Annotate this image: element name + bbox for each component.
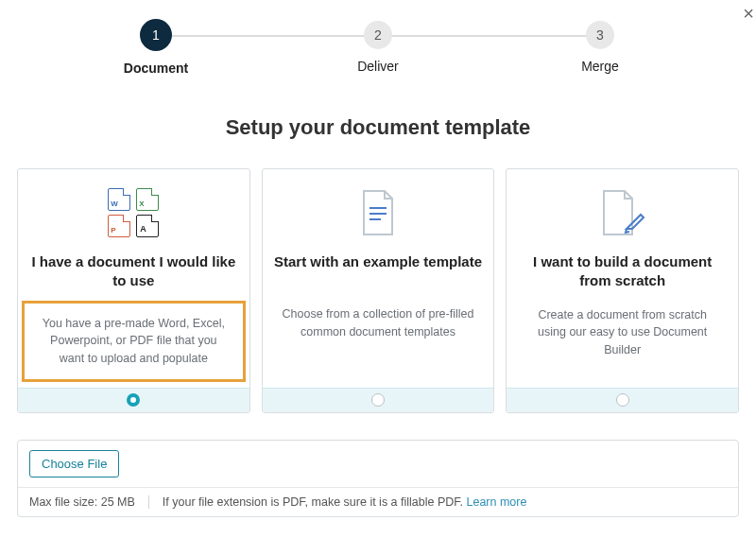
card-selector-bar[interactable] [507,388,738,412]
card-existing-document[interactable]: W X P A I have a document I would like t… [17,168,250,413]
card-radio[interactable] [616,393,629,407]
max-file-size-text: Max file size: 25 MB [29,495,135,509]
word-icon: W [108,188,130,211]
pdf-note-text: If your file extension is PDF, make sure… [163,495,527,509]
step-number: 3 [586,21,614,49]
wizard-stepper: 1 Document 2 Deliver 3 Merge [113,21,643,76]
card-selector-bar[interactable] [18,388,249,412]
page-title: Setup your document template [0,115,756,140]
step-label: Document [124,61,188,76]
card-radio[interactable] [127,393,140,407]
step-document[interactable]: 1 Document [113,21,198,76]
powerpoint-icon: P [108,215,130,237]
file-upload-panel: Choose File Max file size: 25 MB If your… [17,440,739,517]
step-deliver[interactable]: 2 Deliver [335,21,421,74]
card-title: I have a document I would like to use [29,252,238,291]
excel-icon: X [136,188,159,211]
card-build-from-scratch[interactable]: I want to build a document from scratch … [506,168,739,413]
card-title: I want to build a document from scratch [518,252,727,291]
step-merge[interactable]: 3 Merge [558,21,643,74]
document-edit-icon [598,186,647,239]
document-lines-icon [358,186,398,239]
learn-more-link[interactable]: Learn more [467,495,527,509]
filetype-icons: W X P A [108,186,159,239]
card-title: Start with an example template [274,252,482,290]
card-description: Choose from a collection of pre-filled c… [274,305,483,341]
card-radio[interactable] [371,393,385,407]
step-number: 2 [364,21,392,49]
step-label: Merge [581,59,619,74]
step-label: Deliver [357,59,399,74]
pdf-icon: A [136,215,159,237]
template-option-cards: W X P A I have a document I would like t… [0,168,756,413]
card-description: Create a document from scratch using our… [518,306,727,359]
card-description: You have a pre-made Word, Excel, Powerpo… [34,315,233,368]
step-number: 1 [140,19,172,51]
choose-file-button[interactable]: Choose File [29,450,119,477]
close-icon[interactable]: × [743,4,754,23]
card-example-template[interactable]: Start with an example template Choose fr… [262,168,495,413]
divider [148,495,149,509]
card-selector-bar[interactable] [263,388,494,412]
